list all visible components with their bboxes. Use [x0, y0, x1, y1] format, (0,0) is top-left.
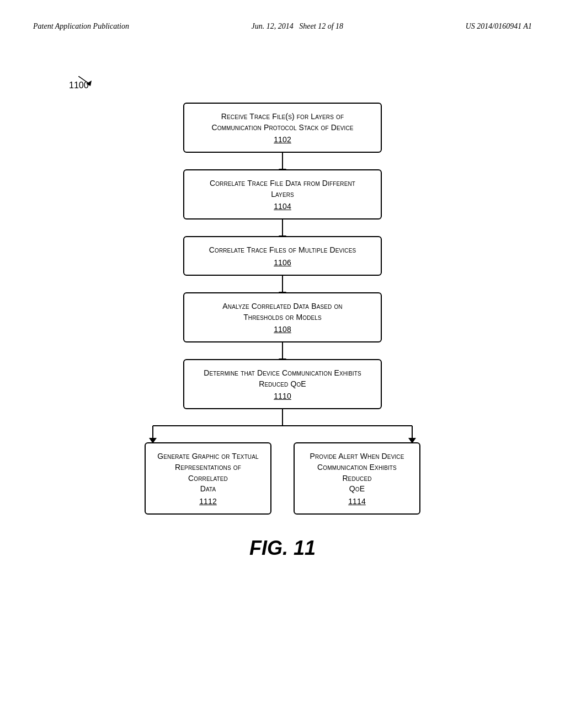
flowchart-diagram: 1100 Receive Trace File(s) for Layers of…: [33, 47, 532, 515]
box-1108: Analyze Correlated Data Based onThreshol…: [183, 292, 382, 342]
bottom-row: Generate Graphic or TextualRepresentatio…: [89, 442, 476, 514]
box-1104: Correlate Trace File Data from Different…: [183, 169, 382, 220]
box-1102: Receive Trace File(s) for Layers ofCommu…: [183, 103, 382, 153]
header-left: Patent Application Publication: [33, 22, 129, 31]
box-1114-num: 1114: [306, 497, 408, 506]
svg-marker-7: [408, 438, 416, 442]
box-1112-num: 1112: [157, 497, 259, 506]
box-1114-title: Provide Alert When DeviceCommunication E…: [306, 451, 408, 494]
box-1106-title: Correlate Trace Files of Multiple Device…: [195, 245, 370, 256]
diagram-label-area: 1100: [33, 47, 532, 92]
box-1112-title: Generate Graphic or TextualRepresentatio…: [157, 451, 259, 494]
box-1102-title: Receive Trace File(s) for Layers ofCommu…: [195, 111, 370, 133]
split-arrow-svg: [89, 409, 476, 442]
arrow-1104-1106: [282, 220, 283, 236]
box-1112: Generate Graphic or TextualRepresentatio…: [145, 442, 271, 514]
flowchart: Receive Trace File(s) for Layers ofCommu…: [33, 92, 532, 515]
box-1110-num: 1110: [195, 392, 370, 400]
box-1108-num: 1108: [195, 325, 370, 334]
box-1114: Provide Alert When DeviceCommunication E…: [294, 442, 420, 514]
box-1110-title: Determine that Device Communication Exhi…: [195, 368, 370, 389]
box-1104-num: 1104: [195, 202, 370, 211]
figure-label: FIG. 11: [33, 537, 532, 560]
box-1108-title: Analyze Correlated Data Based onThreshol…: [195, 301, 370, 323]
box-1104-title: Correlate Trace File Data from Different…: [195, 178, 370, 200]
split-arrow-area: [89, 409, 476, 442]
header-center: Jun. 12, 2014 Sheet 12 of 18: [252, 22, 343, 31]
svg-marker-5: [149, 438, 157, 442]
svg-marker-1: [86, 81, 92, 86]
box-1102-num: 1102: [195, 135, 370, 144]
arrow-1102-1104: [282, 153, 283, 169]
page: Patent Application Publication Jun. 12, …: [0, 0, 565, 728]
page-header: Patent Application Publication Jun. 12, …: [33, 22, 532, 31]
arrow-1106-1108: [282, 276, 283, 292]
svg-line-0: [78, 76, 89, 84]
box-1106-num: 1106: [195, 258, 370, 267]
box-1110: Determine that Device Communication Exhi…: [183, 359, 382, 409]
header-right: US 2014/0160941 A1: [466, 22, 532, 31]
box-1106: Correlate Trace Files of Multiple Device…: [183, 236, 382, 276]
label-arrow-icon: [78, 76, 95, 87]
arrow-1108-1110: [282, 342, 283, 359]
